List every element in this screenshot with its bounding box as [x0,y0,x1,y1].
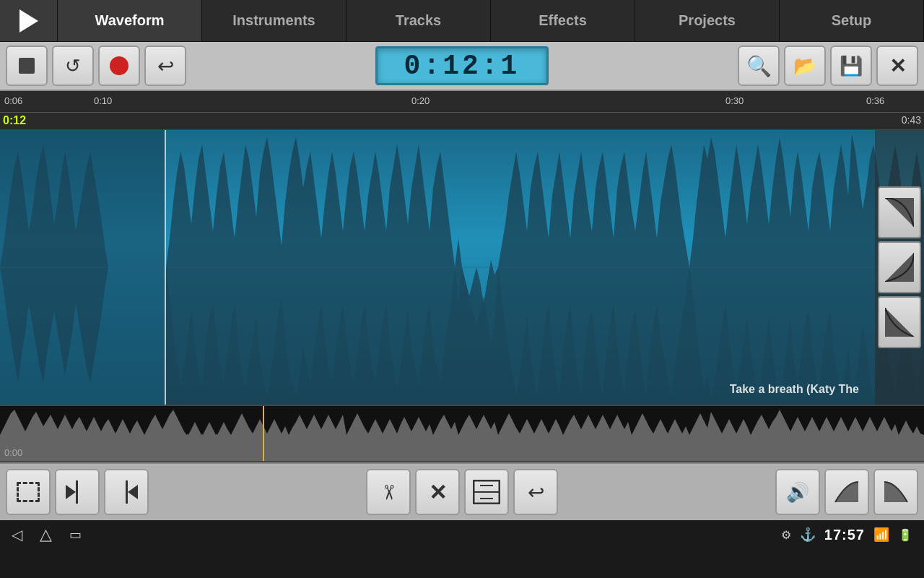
delete-icon: ✕ [429,480,447,505]
home-button[interactable]: △ [40,525,52,544]
close-button[interactable]: ✕ [876,46,918,86]
tab-effects[interactable]: Effects [491,0,635,41]
system-nav-icons: ◁ △ ▭ [12,525,82,544]
system-status-icons: ⚙ ⚓ 17:57 📶 🔋 [781,527,912,543]
end-time-label: 0:43 [902,114,921,126]
save-button[interactable]: 💾 [830,46,872,86]
recents-button[interactable]: ▭ [69,527,82,543]
android-icon: ⚙ [781,528,791,542]
time-marker-020: 0:20 [411,95,430,106]
svg-rect-7 [126,480,128,504]
bottom-toolbar: ✂ ✕ ↩ 🔊 [0,462,924,520]
fade-out-button[interactable] [873,469,918,515]
search-icon: 🔍 [746,54,772,78]
undo-icon: ↩ [157,54,174,78]
minimap[interactable]: 0:00 [0,405,924,462]
fade-bottom-left-button[interactable] [878,296,921,348]
track-label: Take a breath (Katy The [730,383,859,396]
time-marker-006: 0:06 [4,95,22,106]
stop-button[interactable] [6,46,48,86]
fade-bottom-left-icon [885,308,914,337]
svg-rect-5 [76,480,78,504]
time-marker-030: 0:30 [725,95,744,106]
timeline-area: 0:06 0:10 0:20 0:30 0:36 [0,91,924,113]
undo-button-bottom[interactable]: ↩ [513,469,558,515]
play-icon [19,9,38,33]
search-button[interactable]: 🔍 [738,46,780,86]
tab-instruments[interactable]: Instruments [202,0,346,41]
back-button[interactable]: ◁ [12,526,22,543]
trim-left-button[interactable] [55,469,100,515]
fade-out-icon [881,479,910,505]
record-icon [110,56,128,75]
trim-right-button[interactable] [104,469,149,515]
play-button[interactable] [0,0,58,41]
scissors-icon: ✂ [377,484,401,501]
minimap-time: 0:00 [4,447,22,458]
waveform-area[interactable]: Take a breath (Katy The [0,130,924,405]
top-navigation: Waveform Instruments Tracks Effects Proj… [0,0,924,42]
fade-top-right-icon [885,198,914,227]
fade-bottom-right-button[interactable] [878,241,921,293]
fade-top-right-button[interactable] [878,186,921,238]
time-display-row: 0:12 0:43 [0,113,924,130]
trim-right-icon [112,479,141,505]
select-region-icon [17,482,40,502]
save-icon: 💾 [840,55,863,77]
system-time: 17:57 [824,527,865,543]
undo-button[interactable]: ↩ [144,46,186,86]
time-marker-036: 0:36 [866,95,884,106]
volume-button[interactable]: 🔊 [775,469,820,515]
svg-marker-8 [128,485,138,499]
stop-icon [19,58,35,74]
waveform-svg [0,130,924,405]
svg-marker-6 [66,485,76,499]
open-folder-button[interactable]: 📂 [784,46,826,86]
fade-in-button[interactable] [824,469,869,515]
record-button[interactable] [98,46,140,86]
fit-button[interactable] [464,469,509,515]
main-toolbar: ↺ ↩ 0:12:1 🔍 📂 💾 ✕ [0,42,924,91]
loop-icon: ↺ [65,55,81,77]
wifi-icon: 📶 [873,527,889,543]
usb-icon: ⚓ [800,527,816,543]
current-time-label: 0:12 [3,114,26,127]
system-bar: ◁ △ ▭ ⚙ ⚓ 17:57 📶 🔋 [0,520,924,549]
time-marker-010: 0:10 [94,95,112,106]
tab-projects[interactable]: Projects [635,0,780,41]
battery-icon: 🔋 [898,528,912,542]
tab-waveform[interactable]: Waveform [58,0,202,41]
fade-bottom-right-icon [885,253,914,282]
fade-in-icon [832,479,861,505]
tab-tracks[interactable]: Tracks [346,0,491,41]
close-icon: ✕ [889,54,906,78]
lcd-timer: 0:12:1 [375,46,549,85]
folder-icon: 📂 [793,55,816,77]
loop-button[interactable]: ↺ [52,46,94,86]
volume-icon: 🔊 [786,481,809,504]
side-panel [875,130,924,405]
fit-icon [473,480,500,504]
trim-left-icon [63,479,92,505]
minimap-svg [0,406,924,462]
select-region-button[interactable] [6,469,51,515]
delete-button[interactable]: ✕ [415,469,460,515]
undo-icon-bottom: ↩ [528,480,544,504]
scissors-button[interactable]: ✂ [366,469,411,515]
tab-setup[interactable]: Setup [780,0,924,41]
